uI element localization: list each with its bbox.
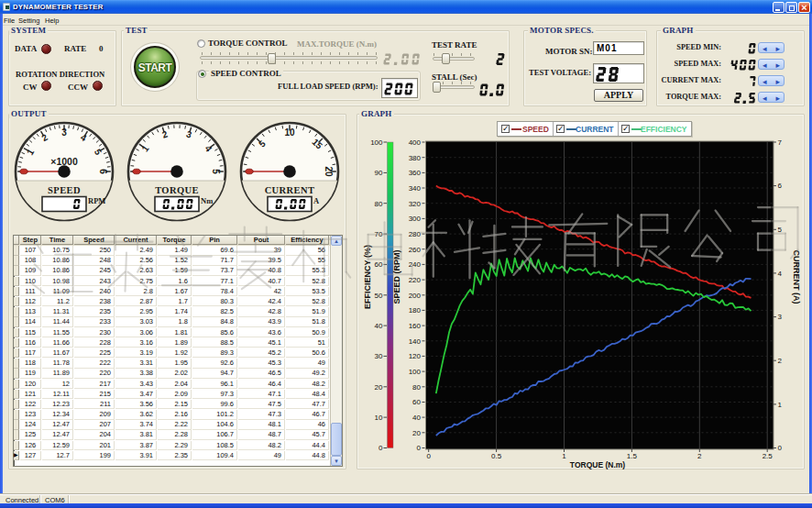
svg-text:240: 240 xyxy=(409,260,422,269)
svg-text:180: 180 xyxy=(409,306,422,315)
svg-text:2: 2 xyxy=(697,452,702,460)
svg-text:2.5: 2.5 xyxy=(763,452,774,460)
svg-text:TORQUE: TORQUE xyxy=(155,185,199,195)
svg-text:3: 3 xyxy=(778,313,783,321)
svg-text:280: 280 xyxy=(409,230,422,238)
svg-text:SPEED: SPEED xyxy=(48,185,81,195)
svg-text:10: 10 xyxy=(375,414,383,422)
svg-text:4: 4 xyxy=(778,270,783,278)
svg-text:RPM: RPM xyxy=(88,196,105,205)
svg-text:50: 50 xyxy=(375,292,383,300)
svg-text:6: 6 xyxy=(98,169,108,174)
svg-text:CURRENT: CURRENT xyxy=(265,185,315,195)
svg-text:0: 0 xyxy=(426,452,431,460)
svg-text:20: 20 xyxy=(412,429,421,437)
svg-text:100: 100 xyxy=(370,138,383,147)
svg-text:A: A xyxy=(313,196,320,205)
svg-text:30: 30 xyxy=(375,352,383,360)
svg-text:1.5: 1.5 xyxy=(627,452,638,460)
svg-text:320: 320 xyxy=(409,200,422,208)
svg-text:60: 60 xyxy=(412,398,421,406)
svg-text:1: 1 xyxy=(562,452,566,460)
svg-text:120: 120 xyxy=(409,352,422,360)
svg-text:2: 2 xyxy=(778,357,783,365)
svg-text:60: 60 xyxy=(375,260,383,269)
svg-text:0: 0 xyxy=(778,444,783,452)
svg-text:40: 40 xyxy=(375,322,383,330)
svg-text:220: 220 xyxy=(409,276,422,284)
svg-text:×1000: ×1000 xyxy=(50,156,78,167)
svg-text:90: 90 xyxy=(375,169,383,177)
svg-text:260: 260 xyxy=(409,246,422,254)
svg-text:Nm: Nm xyxy=(201,196,213,205)
svg-text:6: 6 xyxy=(778,182,783,190)
svg-text:160: 160 xyxy=(409,322,422,330)
svg-text:10: 10 xyxy=(284,127,295,138)
svg-text:0.5: 0.5 xyxy=(491,452,502,460)
svg-text:CURRENT (A): CURRENT (A) xyxy=(792,250,801,304)
svg-text:100: 100 xyxy=(409,368,422,376)
svg-text:200: 200 xyxy=(409,292,422,300)
svg-text:0: 0 xyxy=(379,444,383,452)
svg-text:1: 1 xyxy=(778,401,783,409)
svg-text:80: 80 xyxy=(375,200,383,208)
svg-text:20: 20 xyxy=(324,166,334,177)
svg-text:3: 3 xyxy=(61,127,67,138)
svg-text:40: 40 xyxy=(412,414,421,422)
svg-text:0: 0 xyxy=(417,444,422,452)
svg-text:300: 300 xyxy=(409,215,422,223)
svg-text:5: 5 xyxy=(211,169,221,174)
svg-text:SPEED (RPM): SPEED (RPM) xyxy=(392,249,401,304)
svg-text:340: 340 xyxy=(409,184,422,193)
svg-text:TORQUE (N.m): TORQUE (N.m) xyxy=(570,460,625,469)
svg-text:80: 80 xyxy=(412,383,421,392)
svg-text:140: 140 xyxy=(409,337,422,346)
svg-text:400: 400 xyxy=(409,138,422,147)
svg-text:380: 380 xyxy=(409,154,422,162)
svg-text:360: 360 xyxy=(409,169,422,177)
svg-text:7: 7 xyxy=(778,138,783,147)
svg-text:20: 20 xyxy=(375,383,383,392)
